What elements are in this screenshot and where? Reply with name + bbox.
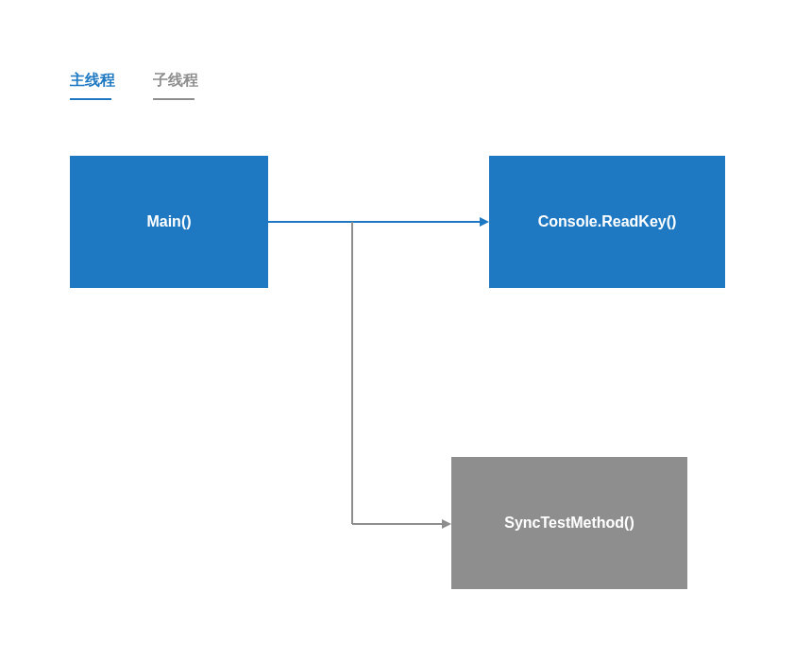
edge-main-to-readkey (268, 221, 480, 223)
node-sync-test-method: SyncTestMethod() (451, 457, 687, 589)
legend-main-thread: 主线程 (70, 71, 115, 100)
arrowhead-branch-to-sync (442, 519, 451, 529)
legend-sub-thread-label: 子线程 (153, 71, 198, 98)
node-main: Main() (70, 156, 268, 288)
legend-main-thread-label: 主线程 (70, 71, 115, 98)
diagram-canvas: 主线程 子线程 Main() Console.ReadKey() SyncTes… (0, 0, 812, 659)
legend-main-thread-underline (70, 98, 111, 100)
legend: 主线程 子线程 (70, 71, 198, 100)
arrowhead-main-to-readkey (480, 217, 489, 227)
edge-branch-to-sync (352, 523, 442, 525)
legend-sub-thread: 子线程 (153, 71, 198, 100)
node-console-readkey: Console.ReadKey() (489, 156, 725, 288)
legend-sub-thread-underline (153, 98, 195, 100)
edge-branch-vertical (351, 222, 353, 524)
